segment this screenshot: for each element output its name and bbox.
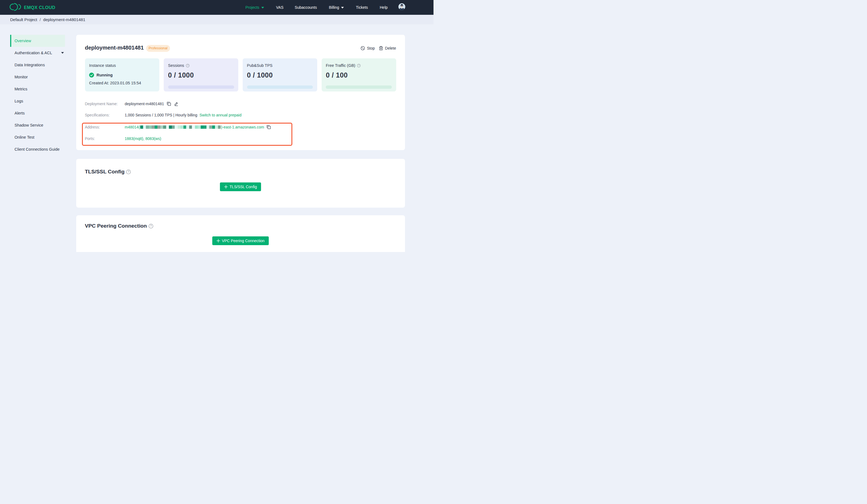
svg-text:?: ? xyxy=(150,224,152,228)
svg-text:?: ? xyxy=(187,64,189,67)
svg-text:?: ? xyxy=(358,64,360,67)
svg-text:?: ? xyxy=(128,170,129,173)
